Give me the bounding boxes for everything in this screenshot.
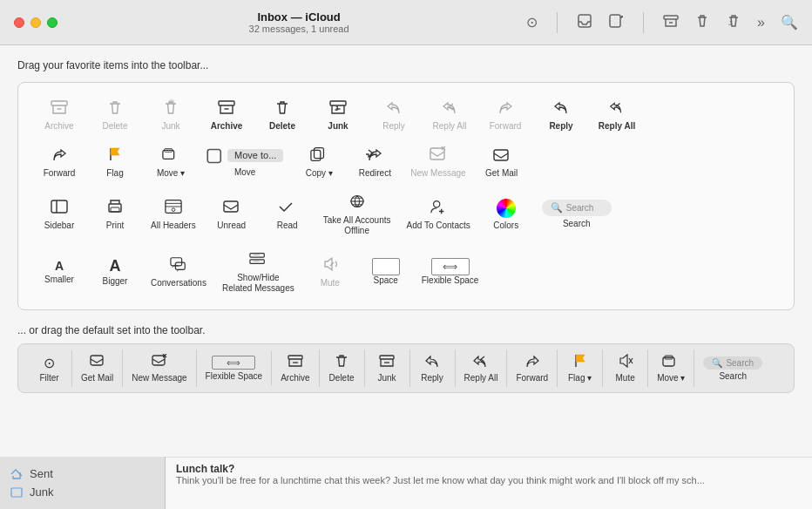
dt-flexible-space[interactable]: ⟺ Flexible Space <box>197 351 273 385</box>
tool-sidebar[interactable]: Sidebar <box>32 187 86 241</box>
more-icon[interactable]: » <box>757 15 765 31</box>
dt-junk-label: Junk <box>377 373 396 383</box>
filter-icon[interactable]: ⊙ <box>526 14 538 31</box>
junk-icon: J <box>329 98 347 119</box>
tool-colors[interactable]: Colors <box>479 187 533 241</box>
svg-rect-30 <box>380 356 394 359</box>
tool-copy-label: Copy ▾ <box>306 168 333 179</box>
tool-delete-label: Delete <box>269 121 295 132</box>
tool-reply-label: Reply <box>549 121 572 132</box>
tool-forward-label: Forward <box>44 168 76 179</box>
dt-move[interactable]: Move ▾ <box>648 350 694 387</box>
tool-print[interactable]: Print <box>88 187 142 241</box>
tool-reply[interactable]: Reply <box>534 93 588 137</box>
titlebar-center: Inbox — iCloud 32 messages, 1 unread <box>71 10 526 34</box>
tool-read[interactable]: Read <box>261 187 315 241</box>
dt-search[interactable]: 🔍 Search Search <box>694 352 771 385</box>
delete-tb-icon[interactable] <box>694 13 710 32</box>
toolbar-row-3: Sidebar Print All Headers <box>32 187 780 241</box>
close-button[interactable] <box>14 17 24 28</box>
tool-forward-dimmed-label: Forward <box>490 121 522 132</box>
archive-tb-icon[interactable] <box>663 13 679 32</box>
dt-mute-label: Mute <box>616 373 635 383</box>
tool-space[interactable]: Space <box>359 245 413 299</box>
tool-reply-all[interactable]: Reply All <box>590 93 644 137</box>
all-headers-icon <box>165 198 182 218</box>
tool-archive[interactable]: Archive <box>200 93 254 137</box>
dt-filter[interactable]: ⊙ Filter <box>27 350 72 387</box>
bigger-icon: A <box>110 258 121 274</box>
sidebar-behind: Sent Junk <box>0 457 166 509</box>
tool-all-headers[interactable]: All Headers <box>144 187 203 241</box>
tool-add-to-contacts[interactable]: Add To Contacts <box>400 187 477 241</box>
reply-icon <box>552 98 570 119</box>
dt-reply-all[interactable]: Reply All <box>456 350 508 387</box>
tool-delete[interactable]: Delete <box>255 93 309 137</box>
search-icon[interactable]: 🔍 <box>781 14 798 31</box>
dt-forward[interactable]: Forward <box>507 350 558 387</box>
dt-mute[interactable]: Mute <box>603 350 648 387</box>
tool-copy[interactable]: Copy ▾ <box>292 140 346 184</box>
tool-archive-label: Archive <box>211 121 243 132</box>
tool-new-message[interactable]: New Message <box>403 140 472 184</box>
compose-icon[interactable] <box>608 13 624 32</box>
toolbar-row-1: Archive Delete Junk <box>32 93 780 137</box>
tool-conversations[interactable]: Conversations <box>144 245 213 299</box>
dt-search-icon: 🔍 Search <box>703 356 762 370</box>
mute-icon <box>321 255 339 275</box>
minimize-button[interactable] <box>30 17 41 28</box>
redirect-icon <box>366 146 383 166</box>
reply-all-dimmed-icon <box>441 98 458 119</box>
flex-space-icon: ⟺ <box>431 258 470 275</box>
tool-forward-dimmed[interactable]: Forward <box>478 93 532 137</box>
dt-reply[interactable]: Reply <box>410 350 456 387</box>
dt-flag[interactable]: Flag ▾ <box>558 350 603 387</box>
maximize-button[interactable] <box>47 17 58 28</box>
archive-dimmed-icon <box>51 98 68 119</box>
tool-mute-label: Mute <box>321 278 340 288</box>
dt-forward-icon <box>524 354 540 371</box>
dt-new-message[interactable]: New Message <box>123 350 196 387</box>
window-subtitle: 32 messages, 1 unread <box>71 24 526 34</box>
tool-take-all-accounts[interactable]: Take All AccountsOffline <box>316 187 398 241</box>
tool-unread[interactable]: Unread <box>205 187 259 241</box>
divider <box>643 12 644 33</box>
tool-mute[interactable]: Mute <box>303 245 357 299</box>
tool-junk-dimmed[interactable]: Junk <box>144 93 198 137</box>
tool-move[interactable]: Move ▾ <box>144 140 198 184</box>
tool-search[interactable]: 🔍 Search Search <box>535 187 619 241</box>
toolbar-row-4: A Smaller A Bigger Conversations <box>32 245 780 299</box>
tool-junk[interactable]: J Junk <box>311 93 365 137</box>
svg-rect-0 <box>579 15 591 27</box>
tool-redirect[interactable]: Redirect <box>348 140 402 184</box>
tool-bigger[interactable]: A Bigger <box>88 245 142 299</box>
forward-dimmed-icon <box>497 98 514 119</box>
reply-all-icon <box>608 98 626 119</box>
dt-get-mail[interactable]: Get Mail <box>72 350 123 387</box>
tool-smaller[interactable]: A Smaller <box>32 245 86 299</box>
main-wrapper: Drag your favorite items into the toolba… <box>0 45 812 509</box>
tool-archive-dimmed[interactable]: Archive <box>32 93 86 137</box>
tool-reply-dimmed[interactable]: Reply <box>367 93 421 137</box>
tool-flag[interactable]: Flag <box>88 140 142 184</box>
tool-flexible-space-label: Flexible Space <box>422 275 479 286</box>
email-subject: Lunch talk? <box>176 463 802 475</box>
dt-delete[interactable]: Delete <box>320 350 365 387</box>
reply-dimmed-icon <box>385 98 403 119</box>
tool-delete-dimmed[interactable]: Delete <box>88 93 142 137</box>
titlebar-icons: ⊙ J » 🔍 <box>526 12 798 33</box>
tool-get-mail[interactable]: Get Mail <box>475 140 529 184</box>
dt-junk[interactable]: Junk <box>365 350 410 387</box>
tool-forward[interactable]: Forward <box>32 140 86 184</box>
tool-reply-all-dimmed[interactable]: Reply All <box>423 93 477 137</box>
dt-archive[interactable]: Archive <box>272 350 319 387</box>
svg-rect-12 <box>311 150 321 160</box>
tool-show-hide-related[interactable]: Show/HideRelated Messages <box>215 245 301 299</box>
tool-move-to[interactable]: Move to... Move <box>200 140 290 184</box>
dt-new-message-label: New Message <box>132 373 186 383</box>
tool-redirect-label: Redirect <box>359 168 391 179</box>
tool-flexible-space[interactable]: ⟺ Flexible Space <box>415 245 486 299</box>
dt-search-label: Search <box>719 371 747 381</box>
inbox-icon[interactable] <box>577 13 592 32</box>
junk-tb-icon[interactable]: J <box>726 13 741 32</box>
